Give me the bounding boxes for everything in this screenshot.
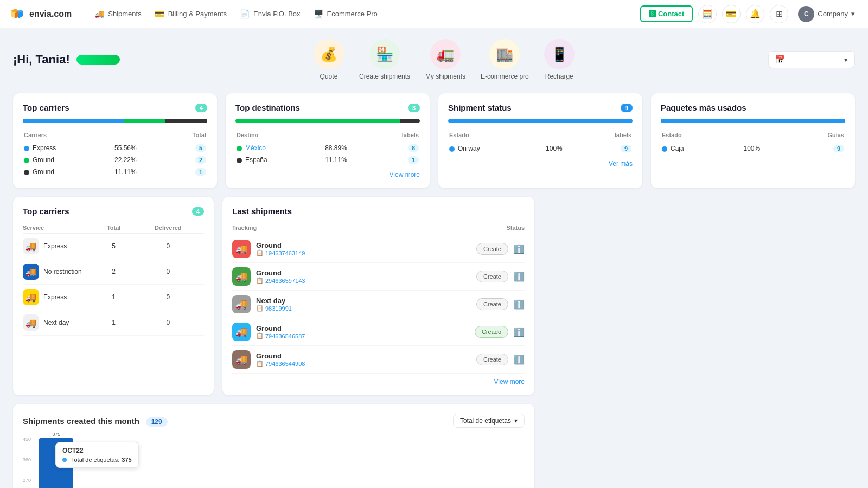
quick-action-create-shipments[interactable]: 🏪 Create shipments [359, 39, 410, 80]
service-col-delivered: Delivered [132, 222, 204, 234]
shipment-carrier-2: Ground [256, 269, 471, 277]
shipment-carrier-5: Ground [256, 352, 471, 360]
contact-button[interactable]: 🅱 Contact [640, 5, 693, 22]
service-delivered-4: 0 [132, 310, 204, 336]
quick-action-ecommerce-pro[interactable]: 🏬 E-commerce pro [481, 39, 529, 80]
top-carriers-card: Top carriers 4 Carriers Total Express [13, 93, 217, 188]
y-label-450: 450 [23, 436, 31, 442]
dest-count-2: 1 [408, 156, 419, 164]
billing-icon: 💳 [155, 9, 165, 19]
progress-dark [165, 119, 207, 123]
chevron-down-icon: ▾ [514, 417, 518, 425]
progress-green [124, 119, 165, 123]
carrier-pct-3: 11.11% [114, 168, 137, 176]
chart-dropdown[interactable]: Total de etiquetas ▾ [453, 414, 525, 428]
top-carriers2-title: Top carriers [23, 207, 69, 216]
status-btn-2[interactable]: Create [476, 271, 508, 282]
shipment-tracking-3: 📋 98319991 [256, 305, 471, 312]
chart-badge: 129 [146, 417, 168, 427]
service-name-3: Express [43, 293, 67, 301]
dest-col-labels: labels [325, 132, 419, 142]
notification-button[interactable]: 🔔 [746, 5, 764, 23]
info-icon-3[interactable]: ℹ️ [514, 299, 525, 310]
dot-dark [24, 170, 29, 175]
carrier-name-1: Express [33, 144, 56, 152]
carrier-name-3: Ground [33, 168, 54, 176]
service-delivered-1: 0 [132, 234, 204, 259]
wallet-button[interactable]: 💳 [722, 5, 741, 23]
quote-label: Quote [320, 73, 338, 80]
grid-button[interactable]: ⊞ [770, 5, 788, 23]
table-row: Ground 11.11%1 [24, 166, 206, 177]
top-destinations-title: Top destinations [235, 103, 300, 112]
y-label-270: 270 [23, 478, 31, 483]
last-shipments-col-headers: Tracking Status [232, 222, 525, 233]
ecommerce-pro-icon-bg: 🏬 [489, 39, 520, 69]
info-icon-2[interactable]: ℹ️ [514, 272, 525, 282]
chevron-down-icon: ▾ [844, 56, 848, 64]
chart-header: Shipments created this month 129 Total d… [23, 414, 525, 428]
main-content: ¡Hi, Tania! 💰 Quote 🏪 Create shipments 🚛… [0, 28, 868, 488]
status-btn-4[interactable]: Creado [475, 326, 508, 338]
contact-icon: 🅱 [649, 10, 656, 18]
dest-mexico-link[interactable]: México [245, 144, 266, 152]
shipment-tracking-4: 📋 794636546587 [256, 332, 469, 339]
company-button[interactable]: C Company ▾ [794, 4, 859, 24]
info-icon-1[interactable]: ℹ️ [514, 244, 525, 254]
progress-bar-paquetes [661, 119, 845, 123]
copy-icon: 📋 [256, 249, 264, 256]
info-icon-4[interactable]: ℹ️ [514, 327, 525, 337]
quick-action-my-shipments[interactable]: 🚛 My shipments [425, 39, 465, 80]
nav-pobox[interactable]: 📄 Envia P.O. Box [234, 6, 305, 22]
copy-icon: 📋 [256, 360, 264, 367]
nav-items: 🚚 Shipments 💳 Billing & Payments 📄 Envia… [89, 6, 383, 22]
info-icon-5[interactable]: ℹ️ [514, 355, 525, 365]
chart-inner: 450 360 270 180 90 0 375OCT2244NOV2219DI… [23, 436, 525, 488]
table-row: 🚚No restriction 2 0 [23, 259, 204, 285]
destinations-view-more[interactable]: View more [235, 171, 420, 178]
nav-ecommerce[interactable]: 🖥️ Ecommerce Pro [308, 6, 383, 22]
list-item: 🚚 Ground 📋 194637463149 Create ℹ️ [232, 235, 525, 263]
list-item: 🚚 Next day 📋 98319991 Create ℹ️ [232, 291, 525, 318]
avatar: C [798, 6, 814, 22]
carrier-pct-2: 22.22% [114, 156, 137, 164]
carriers-progress-bar [23, 119, 207, 123]
calculator-button[interactable]: 🧮 [698, 5, 717, 23]
carrier-count-2: 2 [195, 156, 206, 164]
date-picker[interactable]: 📅 ▾ [768, 51, 855, 68]
service-name-1: Express [43, 242, 67, 250]
shipment-status-badge: 9 [621, 104, 633, 112]
nav-shipments[interactable]: 🚚 Shipments [89, 6, 146, 22]
paquetes-title: Paquetes más usados [661, 103, 746, 112]
dot-green [24, 158, 29, 163]
nav-billing[interactable]: 💳 Billing & Payments [149, 6, 232, 22]
logo[interactable]: envia.com [9, 5, 72, 23]
status-col-labels: labels [546, 132, 631, 142]
quick-action-quote[interactable]: 💰 Quote [314, 39, 344, 80]
service-name-2: No restriction [43, 268, 82, 275]
status-btn-1[interactable]: Create [476, 243, 508, 255]
status-btn-5[interactable]: Create [476, 354, 508, 365]
paquetes-card: Paquetes más usados Estado Guías Caja 10… [651, 93, 855, 188]
copy-icon: 📋 [256, 305, 264, 312]
carrier-count-1: 5 [195, 144, 206, 152]
progress-bar-dest [235, 119, 420, 123]
shipment-tracking-5: 📋 794636544908 [256, 360, 471, 367]
service-icon-nextday: 🚚 [23, 314, 39, 331]
status-view-more[interactable]: Ver más [448, 160, 633, 168]
destinations-progress [235, 119, 420, 123]
last-shipments-card: Last shipments Tracking Status 🚚 Ground … [222, 197, 534, 395]
quick-action-recharge[interactable]: 📱 Recharge [544, 39, 575, 80]
top-carriers2-badge: 4 [192, 207, 204, 216]
tooltip-month: OCT22 [62, 447, 132, 454]
chart-title-group: Shipments created this month 129 [23, 416, 168, 426]
paquetes-count: 9 [833, 145, 844, 152]
status-btn-3[interactable]: Create [476, 298, 508, 310]
shipment-status-card: Shipment status 9 Estado labels On way 1… [438, 93, 642, 188]
paquetes-caja: Caja [671, 145, 684, 152]
list-item: 🚚 Ground 📋 794636544908 Create ℹ️ [232, 346, 525, 374]
last-shipments-view-more[interactable]: View more [232, 378, 525, 386]
carrier-icon-3: 🚚 [232, 295, 251, 313]
carrier-icon-4: 🚚 [232, 323, 251, 341]
list-item: 🚚 Ground 📋 294636597143 Create ℹ️ [232, 263, 525, 291]
